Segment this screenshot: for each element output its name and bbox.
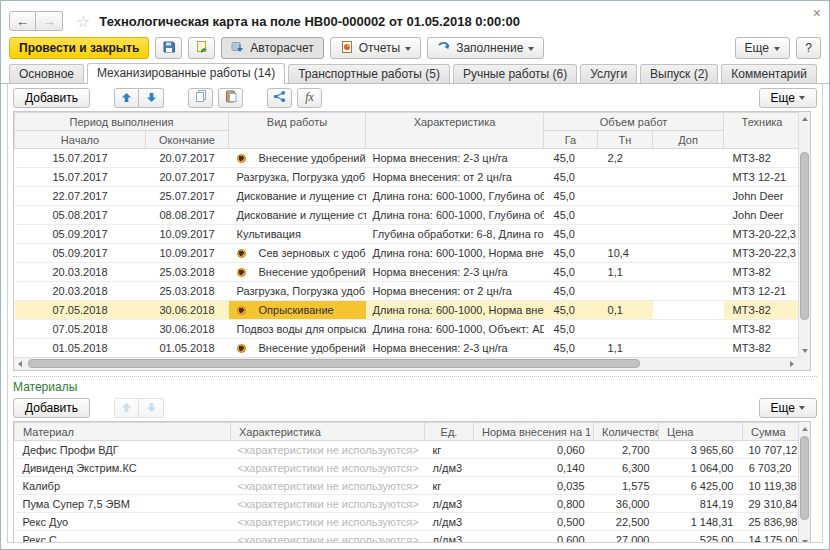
scroll-down-icon[interactable]	[799, 536, 810, 543]
cell-qty[interactable]: 6,300	[594, 459, 659, 477]
cell-tech[interactable]: John Deer	[724, 187, 801, 206]
tab-manual-works[interactable]: Ручные работы (6)	[453, 64, 577, 83]
cell-tn[interactable]	[598, 206, 653, 225]
formula-button[interactable]: fx	[297, 88, 322, 108]
table-row[interactable]: 15.07.2017 20.07.2017 Разгрузка, Погрузк…	[15, 168, 801, 187]
reports-button[interactable]: Отчеты	[330, 37, 421, 59]
cell-dop[interactable]	[653, 168, 724, 187]
cell-work[interactable]: Сев зерновых с удоб...	[229, 244, 366, 263]
tab-output[interactable]: Выпуск (2)	[640, 64, 718, 83]
cell-sum[interactable]: 10 119,38	[743, 477, 801, 495]
cell-tech[interactable]: МТЗ-82	[724, 320, 801, 339]
cell-dop[interactable]	[653, 339, 724, 358]
cell-start[interactable]: 07.05.2018	[15, 320, 146, 339]
works-vertical-scrollbar[interactable]	[798, 112, 810, 357]
cell-ga[interactable]: 45,0	[544, 244, 598, 263]
cell-characteristic[interactable]: <характеристики не используются>	[231, 531, 425, 544]
col-header-end[interactable]: Окончание	[146, 131, 229, 149]
col-header-qty[interactable]: Количество	[594, 423, 659, 441]
col-header-volume[interactable]: Объем работ	[544, 113, 724, 131]
cell-tech[interactable]: МТЗ-82	[724, 339, 801, 358]
cell-norm[interactable]: 0,600	[474, 531, 594, 544]
cell-characteristic[interactable]: Длина гона: 600-1000, Норма внесения:...	[366, 301, 544, 320]
col-header-work[interactable]: Вид работы	[229, 113, 366, 149]
cell-dop[interactable]	[653, 301, 724, 320]
cell-start[interactable]: 22.07.2017	[15, 187, 146, 206]
cell-norm[interactable]: 0,500	[474, 513, 594, 531]
cell-material[interactable]: Рекс С	[15, 531, 231, 544]
cell-start[interactable]: 15.07.2017	[15, 149, 146, 168]
cell-characteristic[interactable]: <характеристики не используются>	[231, 477, 425, 495]
cell-qty[interactable]: 36,000	[594, 495, 659, 513]
cell-end[interactable]: 20.07.2017	[146, 168, 229, 187]
cell-unit[interactable]: кг	[425, 477, 474, 495]
cell-material[interactable]: Рекс Дуо	[15, 513, 231, 531]
cell-sum[interactable]: 6 703,20	[743, 459, 801, 477]
post-and-close-button[interactable]: Провести и закрыть	[9, 37, 149, 59]
cell-end[interactable]: 25.03.2018	[146, 282, 229, 301]
cell-ga[interactable]: 45,0	[544, 282, 598, 301]
cell-norm[interactable]: 0,140	[474, 459, 594, 477]
cell-sum[interactable]: 29 310,84	[743, 495, 801, 513]
table-row[interactable]: 05.09.2017 10.09.2017 Сев зерновых с удо…	[15, 244, 801, 263]
table-row[interactable]: Рекс С <характеристики не используются> …	[15, 531, 801, 544]
share-button[interactable]	[267, 88, 292, 108]
cell-start[interactable]: 20.03.2018	[15, 282, 146, 301]
cell-price[interactable]: 1 064,00	[659, 459, 743, 477]
cell-ga[interactable]: 45,0	[544, 206, 598, 225]
cell-price[interactable]: 525,00	[659, 531, 743, 544]
cell-start[interactable]: 05.09.2017	[15, 225, 146, 244]
cell-tn[interactable]	[598, 282, 653, 301]
move-down-button[interactable]	[139, 88, 164, 108]
cell-characteristic[interactable]: Длина гона: 600-1000, Глубина обработк..…	[366, 206, 544, 225]
cell-work[interactable]: Дискование и лущение ст...	[229, 187, 366, 206]
col-header-price[interactable]: Цена	[659, 423, 743, 441]
cell-tech[interactable]: МТЗ 12-21	[724, 168, 801, 187]
works-horizontal-scrollbar[interactable]	[14, 357, 798, 370]
cell-characteristic[interactable]: Глубина обработки: 6-8, Длина гона: 600.…	[366, 225, 544, 244]
cell-unit[interactable]: л/дм3	[425, 459, 474, 477]
table-row[interactable]: 05.08.2017 08.08.2017 Дискование и лущен…	[15, 206, 801, 225]
cell-dop[interactable]	[653, 225, 724, 244]
cell-work[interactable]: Внесение удобрений	[229, 339, 366, 358]
table-row[interactable]: Калибр <характеристики не используются> …	[15, 477, 801, 495]
tab-comment[interactable]: Комментарий	[721, 64, 817, 83]
cell-ga[interactable]: 45,0	[544, 301, 598, 320]
col-header-ga[interactable]: Га	[544, 131, 598, 149]
cell-norm[interactable]: 0,035	[474, 477, 594, 495]
cell-price[interactable]: 814,19	[659, 495, 743, 513]
cell-characteristic[interactable]: <характеристики не используются>	[231, 441, 425, 459]
cell-characteristic[interactable]: Длина гона: 600-1000, Норма внесения:...	[366, 244, 544, 263]
table-row[interactable]: 20.03.2018 25.03.2018 Внесение удобрений…	[15, 263, 801, 282]
cell-dop[interactable]	[653, 263, 724, 282]
col-header-norm[interactable]: Норма внесения на 1 Га	[474, 423, 594, 441]
cell-work[interactable]: Разгрузка, Погрузка удоб...	[229, 168, 366, 187]
cell-dop[interactable]	[653, 320, 724, 339]
cell-start[interactable]: 01.05.2018	[15, 339, 146, 358]
scroll-up-icon[interactable]	[799, 422, 810, 434]
materials-vertical-scrollbar[interactable]	[798, 422, 810, 543]
scroll-right-icon[interactable]	[787, 358, 798, 370]
cell-characteristic[interactable]: Норма внесения: от 2 цн/га	[366, 168, 544, 187]
cell-start[interactable]: 07.05.2018	[15, 301, 146, 320]
post-document-button[interactable]	[188, 37, 215, 59]
cell-norm[interactable]: 0,060	[474, 441, 594, 459]
table-row[interactable]: Пума Супер 7,5 ЭВМ <характеристики не ис…	[15, 495, 801, 513]
col-header-period[interactable]: Период выполнения	[15, 113, 229, 131]
cell-tn[interactable]	[598, 320, 653, 339]
tab-transport-works[interactable]: Транспортные работы (5)	[288, 64, 450, 83]
cell-end[interactable]: 10.09.2017	[146, 225, 229, 244]
move-up-button[interactable]	[114, 88, 139, 108]
cell-material[interactable]: Пума Супер 7,5 ЭВМ	[15, 495, 231, 513]
save-button[interactable]	[155, 37, 182, 59]
cell-tech[interactable]: МТЗ-82	[724, 149, 801, 168]
cell-tech[interactable]: МТЗ-82	[724, 263, 801, 282]
cell-ga[interactable]: 45,0	[544, 187, 598, 206]
table-row-selected[interactable]: 07.05.2018 30.06.2018 Опрыскивание Длина…	[15, 301, 801, 320]
cell-start[interactable]: 15.07.2017	[15, 168, 146, 187]
cell-tn[interactable]	[598, 168, 653, 187]
col-header-start[interactable]: Начало	[15, 131, 146, 149]
table-row[interactable]: 01.05.2018 01.05.2018 Внесение удобрений…	[15, 339, 801, 358]
cell-work[interactable]: Разгрузка, Погрузка удоб...	[229, 282, 366, 301]
cell-ga[interactable]: 45,0	[544, 149, 598, 168]
